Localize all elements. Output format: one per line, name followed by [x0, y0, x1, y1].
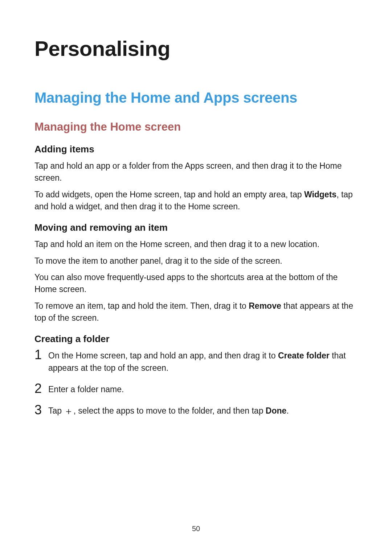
widgets-label: Widgets — [304, 190, 336, 199]
moving-removing-para3: You can also move frequently-used apps t… — [34, 271, 358, 296]
moving-removing-para1: Tap and hold an item on the Home screen,… — [34, 238, 358, 250]
text-fragment: To remove an item, tap and hold the item… — [34, 301, 249, 311]
page-content: Personalising Managing the Home and Apps… — [0, 0, 392, 417]
text-fragment: , select the apps to move to the folder,… — [73, 406, 265, 415]
moving-removing-heading: Moving and removing an item — [34, 222, 358, 233]
adding-items-para1: Tap and hold an app or a folder from the… — [34, 160, 358, 184]
section-title: Managing the Home and Apps screens — [34, 90, 358, 106]
creating-folder-heading: Creating a folder — [34, 333, 358, 345]
text-fragment: . — [286, 406, 289, 415]
step-text: Enter a folder name. — [48, 383, 358, 395]
moving-removing-para2: To move the item to another panel, drag … — [34, 255, 358, 267]
moving-removing-para4: To remove an item, tap and hold the item… — [34, 300, 358, 324]
step-item-2: 2 Enter a folder name. — [34, 383, 358, 395]
step-text: Tap ＋, select the apps to move to the fo… — [48, 405, 358, 417]
step-item-3: 3 Tap ＋, select the apps to move to the … — [34, 405, 358, 417]
text-fragment: Tap — [48, 406, 64, 415]
done-label: Done — [266, 406, 287, 415]
page-number: 50 — [0, 525, 392, 533]
adding-items-heading: Adding items — [34, 144, 358, 155]
step-number: 2 — [34, 382, 48, 395]
step-text: On the Home screen, tap and hold an app,… — [48, 350, 358, 374]
text-fragment: On the Home screen, tap and hold an app,… — [48, 351, 278, 360]
adding-items-para2: To add widgets, open the Home screen, ta… — [34, 189, 358, 213]
text-fragment: To add widgets, open the Home screen, ta… — [34, 190, 304, 199]
step-list: 1 On the Home screen, tap and hold an ap… — [34, 350, 358, 417]
create-folder-label: Create folder — [278, 351, 330, 360]
plus-icon: ＋ — [64, 406, 73, 416]
step-number: 3 — [34, 403, 48, 416]
step-item-1: 1 On the Home screen, tap and hold an ap… — [34, 350, 358, 374]
remove-label: Remove — [249, 301, 281, 311]
step-number: 1 — [34, 348, 48, 361]
subsection-title: Managing the Home screen — [34, 120, 358, 134]
page-title: Personalising — [34, 36, 358, 61]
